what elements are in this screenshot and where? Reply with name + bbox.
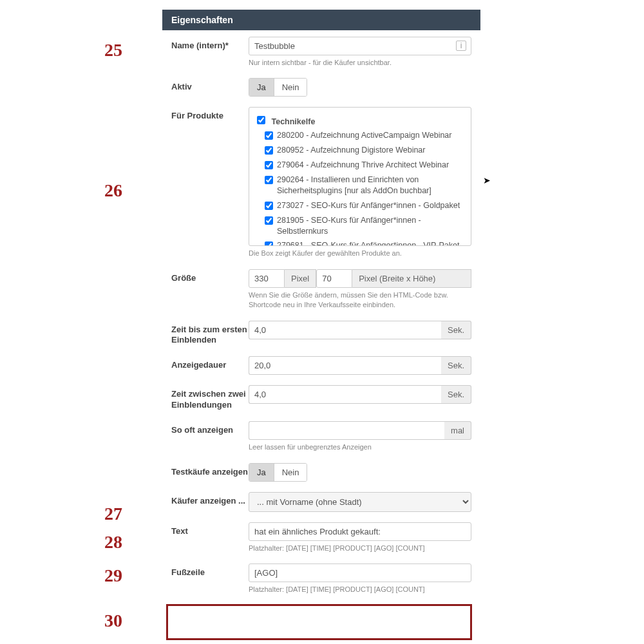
highlight-box-30 — [166, 604, 472, 640]
testbuys-no-button[interactable]: Nein — [274, 464, 307, 481]
delay-first-label: Zeit bis zum ersten Einblenden — [171, 321, 249, 346]
list-item: 279064 - Aufzeichnung Thrive Architect W… — [265, 160, 467, 171]
product-checkbox[interactable] — [265, 131, 273, 140]
list-item: 280952 - Aufzeichnung Digistore Webinar — [265, 145, 467, 156]
duration-label: Anzeigedauer — [171, 356, 249, 371]
size-help: Wenn Sie die Größe ändern, müssen Sie de… — [249, 290, 471, 310]
times-unit: mal — [444, 421, 471, 440]
panel-title: Eigenschaften — [162, 10, 480, 30]
vendor-name: Technikelfe — [271, 117, 315, 126]
buyers-show-select[interactable]: ... mit Vorname (ohne Stadt) — [249, 492, 471, 512]
list-item: 281905 - SEO-Kurs für Anfänger*innen - S… — [265, 215, 467, 237]
footer-help: Platzhalter: [DATE] [TIME] [PRODUCT] [AG… — [249, 585, 471, 594]
times-input[interactable] — [249, 421, 444, 440]
testbuys-yes-button[interactable]: Ja — [249, 464, 274, 481]
annotation-27: 27 — [84, 504, 122, 524]
delay-first-unit: Sek. — [441, 321, 471, 339]
times-help: Leer lassen für unbegrenztes Anzeigen — [249, 442, 471, 452]
text-label: Text — [171, 522, 249, 537]
properties-panel: Eigenschaften Name (intern)* i Nur inter… — [162, 10, 480, 598]
text-help: Platzhalter: [DATE] [TIME] [PRODUCT] [AG… — [249, 544, 471, 553]
list-item: 280200 - Aufzeichnung ActiveCampaign Web… — [265, 130, 467, 141]
mouse-cursor-icon: ➤ — [483, 175, 491, 185]
annotation-26: 26 — [84, 180, 122, 201]
list-item: 279681 - SEO-Kurs für Anfänger*innen - V… — [265, 240, 467, 246]
products-list: 280200 - Aufzeichnung ActiveCampaign Web… — [253, 130, 467, 246]
buyers-show-label: Käufer anzeigen ... — [171, 492, 249, 507]
footer-input[interactable] — [249, 564, 471, 582]
annotation-30: 30 — [84, 611, 122, 631]
times-label: So oft anzeigen — [171, 421, 249, 436]
product-checkbox[interactable] — [265, 242, 273, 246]
name-label: Name (intern)* — [171, 37, 249, 52]
product-checkbox[interactable] — [265, 161, 273, 169]
list-item: 290264 - Installieren und Einrichten von… — [265, 175, 467, 196]
name-input[interactable] — [249, 37, 471, 55]
footer-label: Fußzeile — [171, 564, 249, 578]
product-checkbox[interactable] — [265, 176, 273, 184]
testbuys-label: Testkäufe anzeigen — [171, 463, 249, 478]
size-label: Größe — [171, 269, 249, 284]
width-input[interactable] — [249, 269, 285, 288]
width-unit: Pixel — [285, 269, 316, 288]
text-input[interactable] — [249, 522, 471, 541]
products-listbox[interactable]: Technikelfe 280200 - Aufzeichnung Active… — [249, 107, 471, 246]
duration-unit: Sek. — [441, 356, 471, 375]
active-label: Aktiv — [171, 78, 249, 93]
products-label: Für Produkte — [171, 107, 249, 122]
annotation-28: 28 — [84, 532, 122, 553]
annotation-29: 29 — [84, 565, 122, 586]
delay-first-input[interactable] — [249, 321, 441, 339]
annotation-25: 25 — [84, 40, 122, 61]
products-help: Die Box zeigt Käufer der gewählten Produ… — [249, 249, 471, 258]
between-label: Zeit zwischen zwei Einblendungen — [171, 385, 249, 411]
active-no-button[interactable]: Nein — [274, 79, 307, 96]
height-input[interactable] — [316, 269, 352, 288]
product-checkbox[interactable] — [265, 216, 273, 225]
testbuys-toggle[interactable]: Ja Nein — [249, 463, 307, 482]
input-info-icon: i — [456, 41, 466, 51]
between-input[interactable] — [249, 385, 441, 404]
active-yes-button[interactable]: Ja — [249, 79, 274, 96]
list-item: 273027 - SEO-Kurs für Anfänger*innen - G… — [265, 200, 467, 211]
product-checkbox[interactable] — [265, 146, 273, 155]
product-checkbox[interactable] — [265, 202, 273, 210]
name-help: Nur intern sichtbar - für die Käufer uns… — [249, 58, 471, 68]
vendor-checkbox[interactable] — [257, 116, 265, 124]
duration-input[interactable] — [249, 356, 441, 375]
active-toggle[interactable]: Ja Nein — [249, 78, 307, 97]
size-suffix: Pixel (Breite x Höhe) — [352, 269, 471, 288]
between-unit: Sek. — [441, 385, 471, 404]
